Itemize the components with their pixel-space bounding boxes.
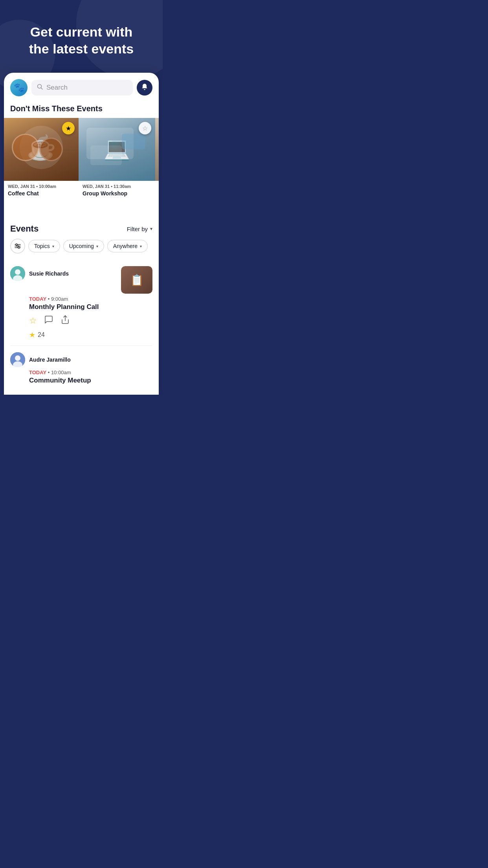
filter-chips: Topics ▾ Upcoming ▾ Anywhere ▾ <box>10 239 152 254</box>
event-card-coffee-chat[interactable]: ★ WED, JAN 31 • 10:00am Coffee Chat <box>4 118 79 210</box>
notification-button[interactable] <box>137 80 152 96</box>
topics-filter-chip[interactable]: Topics ▾ <box>28 240 60 252</box>
planning-image: 📋 <box>121 266 152 294</box>
avatar-audre <box>10 352 25 367</box>
event-thumbnail-planning: 📋 <box>121 266 152 294</box>
event-item-header-2: Audre Jaramillo <box>10 352 152 367</box>
anywhere-filter-chip[interactable]: Anywhere ▾ <box>107 240 148 252</box>
events-list-title: Events <box>10 224 39 234</box>
time-separator-2: • <box>48 370 51 375</box>
star-count-value: 24 <box>38 331 45 338</box>
avatar-susie <box>10 266 25 281</box>
event-title-planning: Monthly Planning Call <box>29 303 152 311</box>
event-actions: ☆ <box>29 315 152 327</box>
event-info-workshop: WED, JAN 31 • 11:30am Group Workshop <box>79 181 155 202</box>
user-name-audre: Audre Jaramillo <box>29 357 71 363</box>
event-time-planning: TODAY • 9:00am <box>29 296 152 302</box>
comment-action-button[interactable] <box>44 315 53 327</box>
event-name: Coffee Chat <box>8 190 75 197</box>
events-list-header: Events Filter by ▾ <box>10 217 152 239</box>
event-name: Group Workshop <box>83 190 151 197</box>
event-time-value-2: 10:00am <box>51 370 71 375</box>
event-card-group-workshop[interactable]: ☆ WED, JAN 31 • 11:30am Group Workshop <box>79 118 155 210</box>
upcoming-chevron-icon: ▾ <box>96 244 98 248</box>
page-wrapper: Get current with the latest events 🐾 Sea… <box>0 0 163 395</box>
event-title-meetup: Community Meetup <box>29 377 152 384</box>
today-badge: TODAY <box>29 296 46 302</box>
featured-events-carousel[interactable]: ★ WED, JAN 31 • 10:00am Coffee Chat ☆ <box>4 118 159 210</box>
anywhere-chevron-icon: ▾ <box>140 244 142 248</box>
topics-chevron-icon: ▾ <box>52 244 54 248</box>
event-image-project <box>155 118 159 181</box>
event-card-intro-project[interactable]: THU, FEB 1 • 2:0 Intro to Proje Planning <box>155 118 159 210</box>
svg-point-9 <box>15 269 20 275</box>
filter-sliders-button[interactable] <box>10 239 25 254</box>
star-badge-outline[interactable]: ☆ <box>139 122 151 134</box>
time-text: • <box>48 296 51 302</box>
share-action-button[interactable] <box>61 315 70 327</box>
app-card: 🐾 Search <box>4 73 159 395</box>
star-badge-filled[interactable]: ★ <box>62 122 75 134</box>
svg-point-13 <box>15 355 20 361</box>
event-meta-planning: TODAY • 9:00am Monthly Planning Call <box>29 296 152 311</box>
search-bar[interactable]: Search <box>31 80 133 96</box>
filter-label: Filter by <box>127 226 148 232</box>
event-meta-meetup: TODAY • 10:00am Community Meetup <box>29 370 152 384</box>
event-list-item-monthly-planning[interactable]: Susie Richards 📋 TODAY • 9:00am Month <box>10 260 152 346</box>
event-list-item-community-meetup[interactable]: Audre Jaramillo TODAY • 10:00am Communit… <box>10 346 152 395</box>
event-info-project: THU, FEB 1 • 2:0 Intro to Proje Planning <box>155 181 159 210</box>
user-name-susie: Susie Richards <box>29 270 69 277</box>
star-count-icon: ★ <box>29 331 35 339</box>
svg-line-1 <box>41 88 43 90</box>
event-time-meetup: TODAY • 10:00am <box>29 370 152 375</box>
svg-point-7 <box>17 245 18 247</box>
star-count-row: ★ 24 <box>29 331 152 339</box>
filter-by-button[interactable]: Filter by ▾ <box>127 226 152 232</box>
topics-label: Topics <box>34 243 50 249</box>
anywhere-label: Anywhere <box>113 243 138 249</box>
event-item-left-2: Audre Jaramillo <box>10 352 71 367</box>
events-list-section: Events Filter by ▾ <box>4 217 159 395</box>
event-date: WED, JAN 31 • 10:00am <box>8 184 75 189</box>
star-action-button[interactable]: ☆ <box>29 316 37 326</box>
today-badge-2: TODAY <box>29 370 46 375</box>
svg-point-3 <box>16 244 17 245</box>
event-date: WED, JAN 31 • 11:30am <box>83 184 151 189</box>
event-item-header: Susie Richards 📋 <box>10 266 152 294</box>
svg-point-5 <box>18 247 20 248</box>
event-time-value: 9:00am <box>51 296 68 302</box>
search-placeholder: Search <box>46 84 68 92</box>
star-filled-icon: ★ <box>66 125 71 132</box>
event-item-left: Susie Richards <box>10 266 69 281</box>
star-outline-icon: ☆ <box>142 125 148 132</box>
chevron-down-icon: ▾ <box>150 226 152 232</box>
upcoming-filter-chip[interactable]: Upcoming ▾ <box>63 240 104 252</box>
bell-icon <box>141 83 149 93</box>
upcoming-label: Upcoming <box>69 243 94 249</box>
featured-section-title: Don't Miss These Events <box>4 101 159 118</box>
event-info-coffee: WED, JAN 31 • 10:00am Coffee Chat <box>4 181 79 202</box>
sliders-icon <box>14 243 21 250</box>
